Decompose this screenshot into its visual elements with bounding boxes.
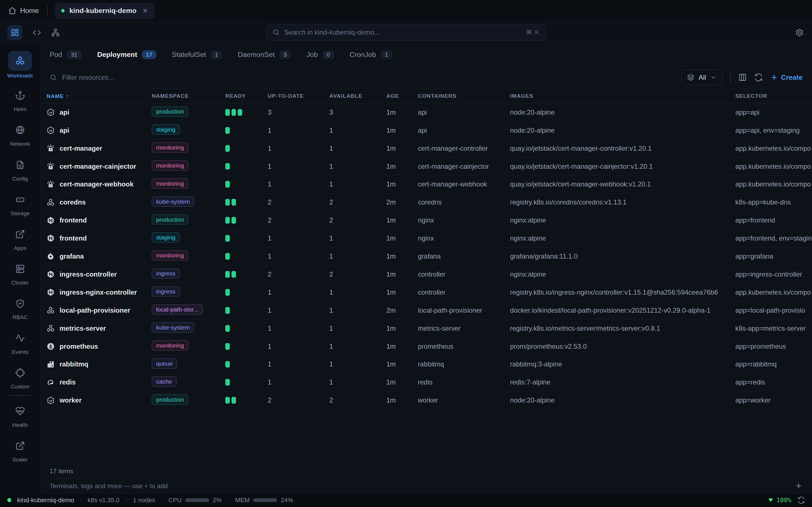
column-header-ready[interactable]: READY	[219, 93, 262, 99]
column-header-up-to-date[interactable]: UP-TO-DATE	[262, 93, 323, 99]
filter-input[interactable]	[62, 73, 217, 81]
table-row[interactable]: JSapistaging111mapinode:20-alpineapp=api…	[40, 121, 812, 139]
table-row[interactable]: rediscache111mredisredis:7-alpineapp=red…	[40, 374, 812, 392]
cluster-tab[interactable]: kind-kuberniq-demo	[55, 3, 155, 19]
cell-up-to-date: 2	[262, 270, 323, 278]
nodejs-icon: JS	[47, 108, 55, 116]
table-row[interactable]: frontendproduction221mnginxnginx:alpinea…	[40, 212, 812, 230]
sync-icon[interactable]	[798, 497, 805, 504]
ready-square	[225, 253, 230, 260]
resource-name: ingress-nginx-controller	[59, 288, 137, 296]
table-row[interactable]: ingress-nginx-controlleringress111mcontr…	[40, 283, 812, 301]
cell-available: 2	[323, 198, 380, 206]
column-header-name[interactable]: NAME↑	[40, 93, 146, 100]
cell-name: JSapi	[40, 108, 146, 116]
cell-namespace: production	[146, 214, 219, 226]
column-header-containers[interactable]: CONTAINERS	[412, 93, 504, 99]
sidebar-item-helm[interactable]: Helm	[0, 82, 40, 117]
cell-age: 1m	[380, 270, 412, 278]
namespace-badge: ingress	[152, 269, 180, 279]
code-view-button[interactable]	[33, 29, 41, 37]
connection-status-dot	[7, 498, 11, 502]
column-header-age[interactable]: AGE	[380, 93, 412, 99]
create-button[interactable]: Create	[770, 73, 803, 81]
cell-ready	[219, 307, 262, 314]
sidebar-item-network[interactable]: Network	[0, 117, 40, 152]
columns-button[interactable]	[739, 73, 747, 81]
tab-deployment[interactable]: Deployment17	[97, 50, 156, 59]
table-row[interactable]: JSworkerproduction221mworkernode:20-alpi…	[40, 392, 812, 409]
tab-pod[interactable]: Pod31	[50, 50, 82, 59]
add-terminal-button[interactable]	[795, 482, 803, 490]
heart-pulse-icon	[15, 406, 25, 416]
tab-job[interactable]: Job0	[306, 50, 334, 59]
table-row[interactable]: metrics-serverkube-system111mmetrics-ser…	[40, 320, 812, 337]
namespace-badge: ingress	[152, 286, 180, 297]
cell-age: 1m	[380, 108, 412, 116]
cell-images: node:20-alpine	[504, 396, 729, 404]
column-header-images[interactable]: IMAGES	[504, 93, 729, 99]
svg-text:JS: JS	[49, 129, 52, 132]
table-row[interactable]: cert-manager-webhookmonitoring111mcert-m…	[40, 175, 812, 193]
table-row[interactable]: corednskube-system222mcorednsregistry.k8…	[40, 193, 812, 212]
namespace-filter-select[interactable]: All	[681, 69, 722, 85]
sidebar-item-workloads[interactable]: Workloads	[0, 48, 40, 82]
topology-view-button[interactable]	[51, 29, 59, 37]
table-row[interactable]: JSapiproduction331mapinode:20-alpineapp=…	[40, 103, 812, 121]
namespace-badge: kube-system	[152, 196, 194, 207]
cell-age: 1m	[380, 396, 412, 404]
gear-icon	[795, 29, 804, 37]
table-row[interactable]: frontendstaging111mnginxnginx:alpineapp=…	[40, 230, 812, 247]
namespace-badge: staging	[152, 124, 180, 135]
cell-images: node:20-alpine	[504, 108, 729, 116]
sidebar-item-custom[interactable]: Custom	[0, 359, 40, 394]
nginx-icon	[47, 234, 55, 242]
filter-input-wrap[interactable]	[50, 73, 681, 81]
sidebar-item-health[interactable]: Health	[0, 398, 40, 432]
close-icon[interactable]	[142, 8, 148, 14]
svg-text:JS: JS	[49, 399, 52, 402]
settings-button[interactable]	[795, 29, 804, 37]
home-icon	[8, 6, 16, 15]
sidebar-item-cluster[interactable]: Cluster	[0, 256, 40, 290]
sidebar-item-apps[interactable]: Apps	[0, 221, 40, 256]
cpu-bar	[185, 498, 209, 502]
cell-ready	[219, 343, 262, 350]
table-row[interactable]: cert-manager-cainjectormonitoring111mcer…	[40, 158, 812, 175]
cell-containers: local-path-provisioner	[412, 306, 504, 314]
cell-name: metrics-server	[40, 324, 146, 332]
global-search-input[interactable]	[284, 29, 521, 36]
column-header-namespace[interactable]: NAMESPACE	[146, 93, 219, 99]
cell-ready	[219, 217, 262, 224]
table-row[interactable]: rabbitmqqueue111mrabbitmqrabbitmq:3-alpi…	[40, 355, 812, 374]
cell-up-to-date: 1	[262, 252, 323, 260]
cell-containers: controller	[412, 270, 504, 278]
table-row[interactable]: prometheusmonitoring111mprometheusprom/p…	[40, 337, 812, 355]
global-search[interactable]: ⌘ K	[266, 24, 546, 41]
cell-up-to-date: 3	[262, 108, 323, 116]
items-count: 17 items	[50, 467, 73, 475]
sidebar-item-events[interactable]: Events	[0, 325, 40, 359]
home-button[interactable]: Home	[8, 6, 39, 15]
table-row[interactable]: ingress-controlleringress221mcontrollern…	[40, 265, 812, 283]
column-header-selector[interactable]: SELECTOR	[729, 93, 812, 99]
cell-namespace: staging	[146, 124, 219, 136]
sidebar-item-config[interactable]: Config	[0, 152, 40, 186]
table-row[interactable]: cert-managermonitoring111mcert-manager-c…	[40, 139, 812, 158]
column-header-available[interactable]: AVAILABLE	[323, 93, 380, 99]
tab-statefulset[interactable]: StatefulSet1	[172, 50, 222, 59]
table-row[interactable]: local-path-provisionerlocal-path-stor...…	[40, 301, 812, 320]
resource-name: local-path-provisioner	[59, 306, 130, 314]
cell-ready	[219, 235, 262, 242]
sidebar-item-storage[interactable]: Storage	[0, 186, 40, 221]
cell-available: 3	[323, 108, 380, 116]
cell-age: 1m	[380, 216, 412, 224]
resource-name: coredns	[59, 198, 86, 206]
dashboard-view-button[interactable]	[7, 25, 22, 40]
sidebar-item-scaler[interactable]: Scaler	[0, 432, 40, 467]
tab-daemonset[interactable]: DaemonSet3	[238, 50, 291, 59]
table-row[interactable]: grafanamonitoring111mgrafanagrafana/graf…	[40, 247, 812, 266]
sidebar-item-rbac[interactable]: RBAC	[0, 290, 40, 325]
tab-cronjob[interactable]: CronJob1	[350, 50, 392, 59]
refresh-button[interactable]	[755, 73, 763, 81]
